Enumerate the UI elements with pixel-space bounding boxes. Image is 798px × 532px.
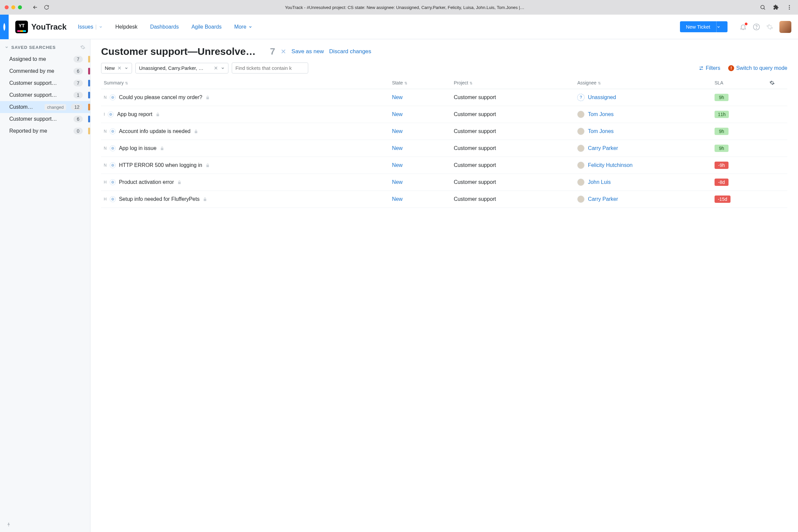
- table-row[interactable]: N HTTP ERROR 500 when logging in NewCust…: [101, 157, 787, 174]
- sidebar-item[interactable]: Customer support…7: [0, 77, 90, 89]
- settings-icon[interactable]: [766, 23, 773, 31]
- sidebar-item[interactable]: Custom…changed12: [0, 101, 90, 113]
- left-strip-icon[interactable]: [0, 15, 8, 39]
- chevron-down-icon[interactable]: [99, 25, 103, 29]
- assignee-link[interactable]: Carry Parker: [588, 145, 618, 151]
- sla-badge: 9h: [715, 128, 728, 135]
- assignee-link[interactable]: Tom Jones: [588, 111, 613, 117]
- col-project[interactable]: Project⇅: [451, 77, 575, 89]
- assignee-filter-pill[interactable]: Unassigned, Carry.Parker, … ✕: [135, 63, 228, 74]
- help-icon[interactable]: [753, 23, 760, 31]
- notifications-icon[interactable]: [740, 23, 747, 31]
- assignee-link[interactable]: Unassigned: [588, 94, 616, 100]
- table-row[interactable]: I App bug report NewCustomer support Tom…: [101, 106, 787, 123]
- state-filter-pill[interactable]: New ✕: [101, 63, 132, 74]
- table-row[interactable]: N Account info update is needed NewCusto…: [101, 123, 787, 140]
- search-input[interactable]: [232, 62, 308, 74]
- filters-label: Filters: [706, 65, 721, 71]
- clear-assignee-filter-icon[interactable]: ✕: [214, 65, 218, 71]
- nav-dashboards[interactable]: Dashboards: [150, 24, 178, 30]
- col-summary[interactable]: Summary⇅: [101, 77, 390, 89]
- state-link[interactable]: New: [392, 179, 403, 185]
- state-link[interactable]: New: [392, 111, 403, 117]
- visibility-icon: [110, 162, 116, 168]
- count-badge: 0: [74, 128, 83, 134]
- lock-icon: [203, 197, 207, 202]
- back-button[interactable]: [31, 3, 39, 11]
- discard-changes-link[interactable]: Discard changes: [329, 48, 372, 55]
- col-assignee[interactable]: Assignee⇅: [574, 77, 712, 89]
- reload-button[interactable]: [42, 3, 51, 11]
- page-title: Customer support—Unresolved…: [101, 46, 261, 57]
- svg-point-7: [700, 69, 701, 70]
- clear-search-icon[interactable]: ✕: [281, 48, 286, 56]
- assignee-link[interactable]: Carry Parker: [588, 196, 618, 202]
- col-state[interactable]: State⇅: [390, 77, 451, 89]
- sidebar-item[interactable]: Customer support…1: [0, 89, 90, 101]
- assignee-link[interactable]: Felicity Hutchinson: [588, 162, 632, 168]
- browser-menu-icon[interactable]: [785, 3, 793, 11]
- sidebar-item[interactable]: Reported by me0: [0, 125, 90, 137]
- state-link[interactable]: New: [392, 162, 403, 168]
- window-close-icon[interactable]: [5, 5, 8, 9]
- save-as-new-link[interactable]: Save as new: [291, 48, 324, 55]
- state-link[interactable]: New: [392, 128, 403, 134]
- sidebar-header[interactable]: SAVED SEARCHES: [0, 44, 90, 53]
- filters-button[interactable]: Filters: [699, 65, 721, 71]
- table-row[interactable]: H Product activation error NewCustomer s…: [101, 174, 787, 191]
- chevron-down-icon[interactable]: [125, 66, 128, 70]
- svg-point-2: [789, 7, 790, 8]
- window-maximize-icon[interactable]: [18, 5, 22, 9]
- state-link[interactable]: New: [392, 94, 403, 100]
- visibility-icon: [110, 128, 116, 134]
- ticket-summary: HTTP ERROR 500 when logging in: [119, 162, 203, 168]
- extensions-icon[interactable]: [772, 3, 780, 11]
- browser-search-icon[interactable]: [759, 3, 767, 11]
- table-row[interactable]: N App log in issue NewCustomer support C…: [101, 140, 787, 157]
- priority-icon: H: [104, 180, 107, 185]
- pin-icon[interactable]: [6, 522, 11, 527]
- table-row[interactable]: N Could you please cancel my order? NewC…: [101, 89, 787, 106]
- state-filter-label: New: [105, 65, 115, 71]
- table-settings-icon[interactable]: [767, 77, 787, 89]
- assignee-link[interactable]: John Luis: [588, 179, 611, 185]
- new-ticket-dropdown[interactable]: [716, 21, 727, 32]
- clear-state-filter-icon[interactable]: ✕: [117, 65, 122, 71]
- state-link[interactable]: New: [392, 196, 403, 202]
- user-avatar[interactable]: [779, 21, 791, 33]
- app-header: YT YouTrack Issues | Helpdesk Dashboards…: [0, 15, 798, 39]
- nav-agile-boards[interactable]: Agile Boards: [191, 24, 222, 30]
- state-link[interactable]: New: [392, 145, 403, 151]
- visibility-icon: [108, 111, 114, 117]
- sidebar-item[interactable]: Assigned to me7: [0, 53, 90, 65]
- count-badge: 6: [74, 116, 83, 122]
- table-row[interactable]: H Setup info needed for FlufferyPets New…: [101, 191, 787, 208]
- nav-issues[interactable]: Issues |: [78, 24, 102, 30]
- new-ticket-button[interactable]: New Ticket: [680, 21, 716, 32]
- sidebar-item[interactable]: Customer support…6: [0, 113, 90, 125]
- svg-point-6: [702, 66, 703, 68]
- priority-icon: I: [104, 112, 104, 117]
- switch-query-mode-link[interactable]: ! Switch to query mode: [728, 65, 787, 71]
- chevron-down-icon: [5, 45, 8, 49]
- nav-more[interactable]: More: [234, 24, 252, 30]
- sidebar-item-label: Customer support…: [9, 116, 70, 122]
- sort-icon: ⇅: [470, 81, 473, 85]
- switch-query-label: Switch to query mode: [736, 65, 787, 71]
- nav-helpdesk[interactable]: Helpdesk: [115, 24, 138, 30]
- color-bar-icon: [88, 68, 90, 75]
- lock-icon: [206, 163, 210, 168]
- chevron-down-icon[interactable]: [221, 66, 225, 70]
- sidebar-item[interactable]: Commented by me6: [0, 65, 90, 77]
- sidebar-item-label: Assigned to me: [9, 56, 70, 62]
- sidebar-item-label: Customer support…: [9, 92, 70, 98]
- assignee-link[interactable]: Tom Jones: [588, 128, 613, 134]
- lock-icon: [194, 129, 198, 134]
- window-minimize-icon[interactable]: [11, 5, 15, 9]
- count-badge: 12: [71, 104, 83, 110]
- assignee-filter-label: Unassigned, Carry.Parker, …: [139, 65, 211, 71]
- gear-icon[interactable]: [80, 44, 86, 50]
- brand[interactable]: YT YouTrack: [15, 21, 66, 33]
- color-bar-icon: [88, 92, 90, 98]
- col-sla[interactable]: SLA: [712, 77, 767, 89]
